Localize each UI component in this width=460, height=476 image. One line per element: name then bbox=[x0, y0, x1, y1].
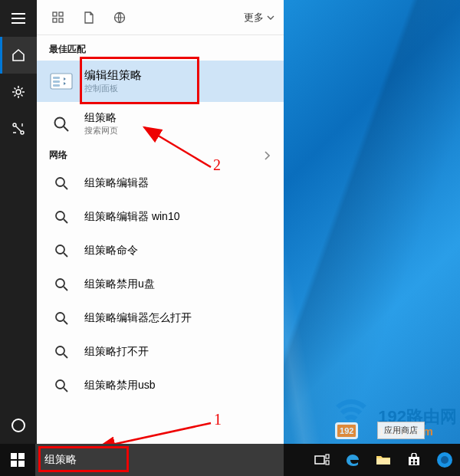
filter-more[interactable]: 更多 bbox=[241, 11, 278, 25]
gear-icon[interactable] bbox=[0, 74, 37, 110]
search-icon bbox=[49, 112, 74, 136]
web-result-label: 组策略编辑器 win10 bbox=[84, 210, 179, 224]
svg-point-19 bbox=[56, 346, 64, 355]
web-result-item[interactable]: 组策略编辑器怎么打开 bbox=[37, 301, 284, 335]
svg-point-2 bbox=[21, 131, 24, 134]
search-icon bbox=[49, 171, 74, 195]
web-results-list: 组策略编辑器 组策略编辑器 win10 组策略命令 组策略禁用u盘 组策略编辑器… bbox=[37, 166, 284, 402]
home-icon[interactable] bbox=[0, 37, 37, 74]
web-result-label: 组策略编辑器怎么打开 bbox=[84, 311, 192, 325]
best-match-title: 编辑组策略 bbox=[84, 68, 142, 83]
web-section-label: 网络 bbox=[49, 149, 67, 162]
svg-point-14 bbox=[56, 178, 64, 186]
app-icon-blue[interactable] bbox=[429, 444, 460, 476]
svg-rect-23 bbox=[11, 453, 17, 459]
search-icon bbox=[49, 272, 74, 297]
taskbar-search-box[interactable]: 组策略 bbox=[35, 444, 284, 476]
web-result-item[interactable]: 组策略编辑器 bbox=[37, 166, 284, 200]
best-match-label: 最佳匹配 bbox=[37, 35, 284, 61]
filter-more-label: 更多 bbox=[244, 11, 264, 25]
edge-icon[interactable] bbox=[337, 444, 368, 476]
filter-row: 更多 bbox=[37, 0, 284, 35]
web-result-label: 组策略打不开 bbox=[84, 345, 149, 359]
svg-rect-4 bbox=[53, 12, 57, 16]
svg-point-3 bbox=[12, 419, 25, 432]
chevron-down-icon bbox=[267, 15, 274, 20]
svg-rect-12 bbox=[53, 84, 60, 87]
svg-point-16 bbox=[56, 245, 64, 254]
chevron-right-icon bbox=[264, 151, 270, 160]
search-input-value: 组策略 bbox=[44, 453, 77, 467]
svg-point-1 bbox=[13, 123, 16, 126]
task-view-button[interactable] bbox=[307, 444, 337, 476]
svg-rect-33 bbox=[415, 459, 417, 461]
web-section-header[interactable]: 网络 bbox=[37, 144, 284, 166]
best-match-subtitle: 控制面板 bbox=[84, 83, 142, 94]
web-result-label: 组策略禁用usb bbox=[84, 379, 156, 392]
svg-rect-27 bbox=[315, 456, 324, 464]
search-icon bbox=[49, 373, 74, 398]
svg-rect-26 bbox=[18, 461, 25, 467]
start-button[interactable] bbox=[0, 444, 35, 476]
web-suggestion-title: 组策略 bbox=[84, 111, 118, 125]
taskbar-tray bbox=[307, 444, 460, 476]
svg-rect-24 bbox=[18, 453, 25, 459]
web-result-item[interactable]: 组策略命令 bbox=[37, 234, 284, 268]
search-icon bbox=[49, 205, 74, 229]
search-icon bbox=[49, 306, 74, 330]
svg-rect-35 bbox=[415, 462, 417, 465]
search-icon bbox=[49, 238, 74, 263]
svg-rect-32 bbox=[411, 459, 413, 461]
search-left-rail bbox=[0, 0, 37, 444]
svg-rect-34 bbox=[411, 462, 413, 465]
menu-icon[interactable] bbox=[0, 0, 37, 37]
best-match-result[interactable]: 编辑组策略 控制面板 bbox=[37, 61, 284, 102]
store-tooltip: 应用商店 bbox=[377, 422, 425, 439]
cortana-icon[interactable] bbox=[0, 407, 37, 444]
store-icon[interactable] bbox=[399, 444, 429, 476]
svg-point-13 bbox=[55, 117, 65, 127]
svg-point-17 bbox=[56, 279, 64, 287]
web-suggestion-subtitle: 搜索网页 bbox=[84, 125, 118, 136]
search-icon bbox=[49, 340, 74, 364]
timeline-icon[interactable] bbox=[0, 110, 37, 147]
svg-rect-30 bbox=[376, 458, 390, 465]
svg-point-37 bbox=[441, 456, 449, 464]
svg-rect-25 bbox=[11, 461, 17, 467]
svg-point-15 bbox=[56, 212, 64, 220]
file-explorer-icon[interactable] bbox=[368, 444, 399, 476]
svg-point-0 bbox=[16, 90, 21, 94]
web-result-label: 组策略禁用u盘 bbox=[84, 277, 155, 291]
svg-point-20 bbox=[56, 380, 64, 389]
filter-web-icon[interactable] bbox=[104, 0, 135, 35]
svg-rect-7 bbox=[59, 18, 63, 22]
control-panel-icon bbox=[49, 69, 74, 94]
web-result-item[interactable]: 组策略编辑器 win10 bbox=[37, 200, 284, 234]
svg-rect-5 bbox=[59, 12, 63, 16]
web-result-item[interactable]: 组策略打不开 bbox=[37, 335, 284, 369]
search-results-panel: 更多 最佳匹配 编辑组策略 控制面板 组策略 搜索网页 网络 组策略编辑器 bbox=[37, 0, 284, 444]
svg-rect-10 bbox=[53, 77, 60, 79]
web-result-item[interactable]: 组策略禁用u盘 bbox=[37, 268, 284, 301]
svg-point-18 bbox=[56, 313, 64, 321]
svg-rect-29 bbox=[326, 461, 329, 465]
web-result-item[interactable]: 组策略禁用usb bbox=[37, 369, 284, 402]
filter-documents-icon[interactable] bbox=[74, 0, 104, 35]
svg-rect-28 bbox=[326, 455, 329, 458]
svg-rect-6 bbox=[53, 18, 57, 22]
web-result-label: 组策略命令 bbox=[84, 244, 138, 258]
web-result-label: 组策略编辑器 bbox=[84, 176, 149, 190]
svg-rect-31 bbox=[409, 457, 419, 465]
filter-apps-icon[interactable] bbox=[43, 0, 74, 35]
svg-rect-11 bbox=[53, 80, 60, 83]
web-suggestion-primary[interactable]: 组策略 搜索网页 bbox=[37, 102, 284, 144]
taskbar: 组策略 bbox=[0, 444, 460, 476]
